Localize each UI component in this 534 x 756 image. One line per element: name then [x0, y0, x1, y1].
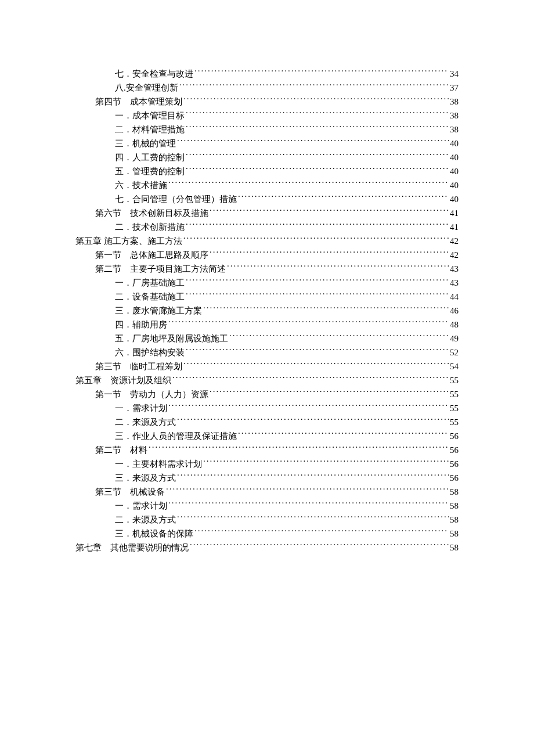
toc-entry-page: 43	[450, 262, 459, 276]
toc-entry-label: 第一节 总体施工思路及顺序	[95, 248, 208, 262]
toc-entry-label: 二．技术创新措施	[115, 220, 185, 234]
toc-entry-page: 40	[450, 136, 459, 150]
toc-entry: 第四节 成本管理策划38	[75, 95, 459, 109]
toc-leader-dots	[183, 96, 449, 105]
toc-leader-dots	[227, 263, 449, 272]
toc-entry-page: 41	[450, 206, 459, 220]
toc-entry-label: 第六节 技术创新目标及措施	[95, 206, 208, 220]
toc-entry-label: 三．来源及方式	[115, 471, 176, 485]
toc-entry-page: 40	[450, 150, 459, 164]
toc-entry: 二．来源及方式55	[75, 415, 459, 429]
toc-entry-label: 三．作业人员的管理及保证措施	[115, 429, 237, 443]
toc-entry-label: 二．设备基础施工	[115, 290, 185, 304]
toc-entry: 二．来源及方式58	[75, 513, 459, 527]
toc-entry-page: 38	[450, 95, 459, 109]
toc-entry-page: 42	[450, 248, 459, 262]
toc-entry-page: 55	[450, 415, 459, 429]
toc-entry-page: 58	[450, 499, 459, 513]
toc-entry: 二．材料管理措施38	[75, 123, 459, 136]
toc-leader-dots	[186, 165, 449, 174]
toc-leader-dots	[183, 235, 449, 244]
toc-entry: 三．来源及方式56	[75, 471, 459, 485]
toc-leader-dots	[194, 528, 449, 537]
toc-entry-page: 37	[450, 81, 459, 95]
toc-entry: 三．作业人员的管理及保证措施56	[75, 429, 459, 443]
toc-entry-label: 第三节 临时工程筹划	[95, 359, 182, 373]
toc-entry: 第三节 临时工程筹划54	[75, 359, 459, 373]
toc-entry: 第二节 材料56	[75, 443, 459, 457]
toc-entry-page: 56	[450, 443, 459, 457]
toc-entry: 三．机械的管理40	[75, 136, 459, 150]
toc-entry-label: 第七章 其他需要说明的情况	[75, 541, 189, 555]
toc-entry: 第五章 施工方案、施工方法42	[75, 234, 459, 248]
toc-entry-page: 52	[450, 345, 459, 359]
toc-entry: 一．需求计划58	[75, 499, 459, 513]
toc-entry-label: 六．技术措施	[115, 178, 167, 192]
toc-entry: 一．厂房基础施工43	[75, 276, 459, 290]
toc-entry-label: 第四节 成本管理策划	[95, 95, 182, 109]
toc-entry-page: 48	[450, 318, 459, 332]
toc-entry-page: 55	[450, 401, 459, 415]
toc-entry-page: 58	[450, 485, 459, 499]
toc-entry-label: 五．管理费的控制	[115, 164, 185, 178]
toc-entry-page: 44	[450, 290, 459, 304]
toc-entry-label: 二．来源及方式	[115, 415, 176, 429]
toc-leader-dots	[168, 402, 449, 411]
toc-entry: 四．人工费的控制40	[75, 150, 459, 164]
toc-entry-label: 六．围护结构安装	[115, 345, 185, 359]
toc-entry-label: 第五章 资源计划及组织	[75, 373, 171, 387]
toc-entry: 三．废水管廊施工方案46	[75, 304, 459, 318]
toc-entry-label: 一．需求计划	[115, 401, 167, 415]
toc-entry: 七．安全检查与改进34	[75, 67, 459, 81]
toc-entry-label: 五．厂房地坪及附属设施施工	[115, 332, 228, 345]
toc-leader-dots	[168, 179, 449, 188]
toc-entry: 六．围护结构安装52	[75, 345, 459, 359]
toc-leader-dots	[168, 500, 449, 509]
toc-entry-label: 七．合同管理（分包管理）措施	[115, 192, 237, 206]
toc-leader-dots	[168, 319, 449, 327]
toc-entry-page: 43	[450, 276, 459, 290]
toc-entry-label: 四．人工费的控制	[115, 150, 185, 164]
toc-leader-dots	[177, 472, 449, 481]
toc-leader-dots	[186, 291, 449, 300]
toc-entry-label: 第二节 材料	[95, 443, 147, 457]
toc-leader-dots	[177, 138, 449, 146]
toc-entry-page: 58	[450, 513, 459, 527]
toc-entry-label: 第二节 主要子项目施工方法简述	[95, 262, 226, 276]
toc-entry-page: 41	[450, 220, 459, 234]
toc-leader-dots	[186, 110, 449, 118]
toc-entry: 第二节 主要子项目施工方法简述43	[75, 262, 459, 276]
toc-entry: 二．技术创新措施41	[75, 220, 459, 234]
toc-leader-dots	[210, 207, 449, 216]
toc-entry: 一．需求计划55	[75, 401, 459, 415]
toc-leader-dots	[203, 305, 449, 314]
toc-leader-dots	[183, 361, 449, 369]
toc-leader-dots	[186, 124, 449, 132]
toc-entry: 八.安全管理创新37	[75, 81, 459, 95]
toc-leader-dots	[238, 193, 449, 202]
toc-leader-dots	[186, 221, 449, 230]
toc-entry-label: 八.安全管理创新	[115, 81, 178, 95]
toc-entry: 第六节 技术创新目标及措施41	[75, 206, 459, 220]
toc-entry-page: 46	[450, 304, 459, 318]
toc-entry-label: 一．成本管理目标	[115, 109, 185, 123]
toc-entry-page: 55	[450, 373, 459, 387]
toc-entry-label: 四．辅助用房	[115, 318, 167, 332]
toc-leader-dots	[190, 542, 449, 550]
toc-entry-page: 56	[450, 429, 459, 443]
toc-entry: 四．辅助用房48	[75, 318, 459, 332]
toc-entry: 第七章 其他需要说明的情况58	[75, 541, 459, 555]
toc-leader-dots	[186, 152, 449, 160]
toc-entry-page: 42	[450, 234, 459, 248]
toc-entry-page: 49	[450, 332, 459, 345]
toc-entry-page: 34	[450, 67, 459, 81]
toc-entry-label: 三．机械设备的保障	[115, 527, 193, 541]
toc-entry-label: 第三节 机械设备	[95, 485, 165, 499]
toc-entry-page: 55	[450, 387, 459, 401]
toc-leader-dots	[238, 430, 449, 439]
toc-entry-page: 54	[450, 359, 459, 373]
toc-entry: 六．技术措施40	[75, 178, 459, 192]
toc-leader-dots	[203, 458, 449, 467]
toc-entry-label: 一．主要材料需求计划	[115, 457, 202, 471]
toc-entry: 五．管理费的控制40	[75, 164, 459, 178]
